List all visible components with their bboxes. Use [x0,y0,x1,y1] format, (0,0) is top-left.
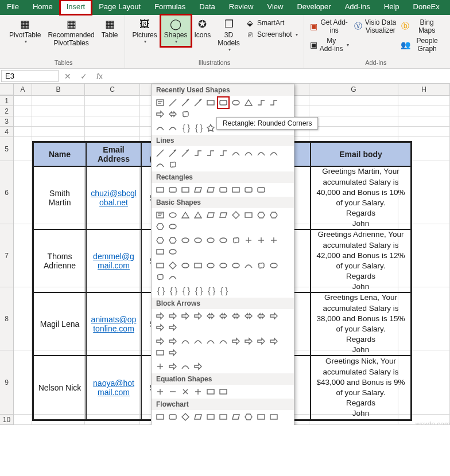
cell[interactable] [14,137,32,161]
cancel-formula-icon[interactable]: ✕ [60,72,76,81]
shapes-button[interactable]: ◯Shapes [161,15,191,46]
shape-brace-icon[interactable]: { } [155,286,165,296]
col-header[interactable]: H [398,84,450,95]
shape-darrow-icon[interactable] [218,311,228,321]
shape-rarrow-icon[interactable] [155,322,165,333]
shape-oval-icon[interactable] [180,260,191,271]
cell[interactable] [14,106,32,116]
tab-view[interactable]: View [260,0,290,15]
shape-curve-icon[interactable] [218,336,228,346]
shape-roundrect-icon[interactable] [168,185,178,195]
shape-rect-icon[interactable] [155,412,165,422]
shape-parallelo-icon[interactable] [193,412,203,422]
shape-parallelo-icon[interactable] [193,185,203,195]
tab-home[interactable]: Home [26,0,60,15]
shape-curve-icon[interactable] [256,148,266,158]
shape-rect-icon[interactable] [205,97,216,108]
shape-hex-icon[interactable] [243,412,254,422]
cell[interactable] [14,161,32,224]
shape-parallelo-icon[interactable] [205,210,216,220]
shape-textbox-icon[interactable] [155,210,165,220]
shape-rarrow-icon[interactable] [269,336,279,346]
cell[interactable] [32,127,85,137]
shape-arrowline-icon[interactable] [193,97,203,108]
shape-rect-icon[interactable] [155,348,165,358]
tab-help[interactable]: Help [377,0,406,15]
pivottable-button[interactable]: ▦PivotTable [6,15,44,46]
shape-rarrow-icon[interactable] [168,361,178,372]
bing-maps-button[interactable]: ⓑBing Maps [398,17,444,36]
row-header[interactable]: 6 [0,161,14,224]
shape-rect-icon[interactable] [205,387,216,397]
shape-curve-icon[interactable] [205,336,216,346]
row-header[interactable]: 3 [0,116,14,127]
shape-curve-icon[interactable] [180,361,191,372]
tab-insert[interactable]: Insert [60,0,92,15]
tab-page-layout[interactable]: Page Layout [92,0,148,15]
col-header[interactable]: G [309,84,398,95]
shape-elbow-icon[interactable] [256,97,266,108]
shape-hex-icon[interactable] [269,210,279,220]
shape-rect-icon[interactable] [269,412,279,422]
shape-line-icon[interactable] [168,97,178,108]
shape-elbow-icon[interactable] [269,97,279,108]
shape-brace-icon[interactable]: { } [205,286,216,296]
cell[interactable] [14,116,32,127]
cell[interactable] [309,127,398,137]
shape-oval-icon[interactable] [193,235,203,245]
shape-hex-icon[interactable] [256,210,266,220]
shape-rect-icon[interactable] [155,247,165,257]
shape-rect-icon[interactable] [155,423,165,425]
shape-darrow-icon[interactable] [243,311,254,321]
shape-brace-icon[interactable]: { } [218,286,228,296]
fx-icon[interactable]: fx [92,72,107,81]
shape-curve-icon[interactable] [155,123,165,133]
shape-arrowline-icon[interactable] [168,148,178,158]
cell[interactable] [85,96,140,106]
icons-button[interactable]: ✪Icons [191,15,215,41]
shape-diamond-icon[interactable] [168,260,178,271]
shape-star-icon[interactable] [205,123,216,133]
cell[interactable] [14,350,32,415]
shape-curve-icon[interactable] [243,148,254,158]
shape-curve-icon[interactable] [168,272,178,282]
screenshot-button[interactable]: ⎚Screenshot [243,29,300,40]
shape-oval-icon[interactable] [218,235,228,245]
cell-email[interactable]: chuzi@sbcglobal.net [86,166,141,229]
cell[interactable] [309,116,398,127]
cell[interactable] [85,106,140,116]
cell[interactable] [85,127,140,137]
shape-parallelo-icon[interactable] [218,210,228,220]
shape-rect-icon[interactable] [193,260,203,271]
shape-rect-icon[interactable] [231,185,241,195]
shape-oval-icon[interactable] [205,260,216,271]
shape-roundrect-icon[interactable] [243,185,254,195]
shape-darrow-icon[interactable] [256,311,266,321]
tab-file[interactable]: File [0,0,26,15]
tab-developer[interactable]: Developer [290,0,338,15]
shape-mult-icon[interactable] [180,387,191,397]
tab-addins[interactable]: Add-ins [338,0,377,15]
col-header[interactable]: A [14,84,32,95]
cell[interactable] [32,116,85,127]
shape-plus-icon[interactable] [269,235,279,245]
shape-blob-icon[interactable] [168,159,178,170]
row-header[interactable]: 4 [0,127,14,137]
shape-rarrow-icon[interactable] [168,348,178,358]
row-header[interactable]: 8 [0,287,14,350]
shape-brace-icon[interactable]: { } [168,286,178,296]
shape-blob-icon[interactable] [155,272,165,282]
formula-input[interactable] [107,71,450,81]
shape-rarrow-icon[interactable] [243,336,254,346]
shape-oval-icon[interactable] [168,210,178,220]
shape-blob-icon[interactable] [231,235,241,245]
people-graph-button[interactable]: 👥People Graph [398,36,444,54]
table-button[interactable]: ▦Table [98,15,122,41]
shape-roundrect-icon[interactable] [218,185,228,195]
shape-parallelo-icon[interactable] [231,412,241,422]
shape-rarrow-icon[interactable] [256,336,266,346]
get-addins-button[interactable]: ▣Get Add-ins [308,17,351,36]
cell[interactable] [398,116,450,127]
shape-oval-icon[interactable] [205,235,216,245]
cell[interactable] [32,96,85,106]
